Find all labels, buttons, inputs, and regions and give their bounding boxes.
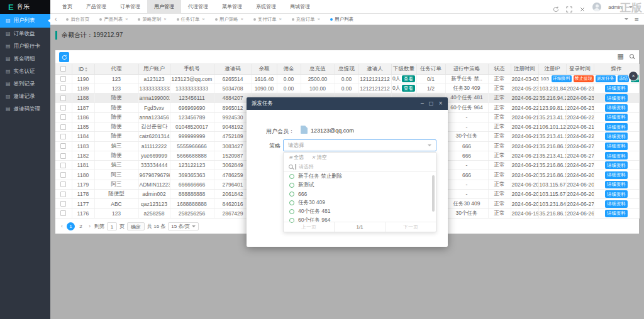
user-avatar[interactable] — [592, 3, 601, 11]
nav-item[interactable]: 产品管理 — [79, 0, 113, 14]
action-button-禁止提现[interactable]: 禁止提现 — [574, 75, 594, 82]
tab-close-icon[interactable]: × — [203, 17, 205, 21]
dropdown-next-button[interactable]: 下一页 — [385, 222, 436, 232]
tabs-scroll-left-icon[interactable]: ‹ — [50, 16, 61, 23]
dropdown-option[interactable]: 任务30 409 — [284, 198, 436, 207]
sidebar-item-订单收益[interactable]: ▤订单收益 — [0, 28, 50, 40]
action-button-详细资料[interactable]: 详细资料 — [605, 143, 628, 150]
nav-item[interactable]: 系统管理 — [249, 0, 283, 14]
search-icon[interactable] — [630, 54, 634, 58]
nav-item[interactable]: 订单管理 — [113, 0, 147, 14]
checkbox[interactable] — [60, 124, 66, 130]
view-subordinates-badge[interactable]: 查看 — [402, 75, 415, 82]
minimize-icon[interactable]: ─ — [421, 101, 424, 106]
action-button-详细资料[interactable]: 详细资料 — [605, 171, 628, 179]
action-button-详细资料[interactable]: 详细资料 — [605, 104, 628, 112]
action-button-详细资料[interactable]: 详细资料 — [605, 85, 628, 92]
checkbox[interactable] — [60, 105, 66, 111]
refresh-icon[interactable] — [553, 4, 559, 10]
tab-close-icon[interactable]: × — [125, 17, 128, 21]
page-jump-input[interactable]: 1 — [107, 222, 117, 230]
dropdown-search[interactable]: 请选择 — [284, 162, 436, 172]
dropdown-option[interactable]: 666 — [284, 190, 436, 198]
action-button-详细资料[interactable]: 详细资料 — [605, 200, 628, 208]
tab[interactable]: 用户策略× — [210, 16, 248, 23]
action-button-详细资料[interactable]: 详细资料 — [605, 94, 628, 102]
page-size-select[interactable]: 15 条/页 — [168, 222, 198, 230]
action-button-详细资料[interactable]: 详细资料 — [605, 152, 628, 160]
prev-page-button[interactable]: ‹ — [60, 223, 64, 229]
dropdown-option[interactable]: 新测试 — [284, 181, 436, 190]
action-button-详细资料[interactable]: 详细资料 — [552, 75, 572, 82]
sidebar-item-邀请码管理[interactable]: ▤邀请码管理 — [0, 103, 50, 116]
sidebar-item-邀请记录[interactable]: ▤邀请记录 — [0, 90, 50, 103]
checkbox[interactable] — [60, 66, 66, 72]
action-button-详细资料[interactable]: 详细资料 — [605, 190, 628, 198]
action-button-详细资料[interactable]: 详细资料 — [605, 181, 628, 188]
nav-item[interactable]: 商城管理 — [283, 0, 317, 14]
tab-close-icon[interactable]: × — [279, 17, 282, 21]
dropdown-option[interactable]: 新手任务 禁止删除 — [284, 172, 436, 181]
tabs-dropdown-icon[interactable] — [625, 18, 628, 20]
action-button-详细资料[interactable]: 详细资料 — [605, 132, 628, 140]
dropdown-scrollbar[interactable] — [432, 175, 435, 212]
nav-item[interactable]: 首页 — [55, 0, 79, 14]
nav-item[interactable]: 用户管理 — [147, 0, 181, 14]
clear-link[interactable]: ×清空 — [311, 154, 326, 161]
page-number[interactable]: 2 — [77, 222, 85, 230]
columns-grid-icon[interactable]: ▦ — [618, 53, 624, 60]
refresh-table-button[interactable] — [59, 52, 69, 62]
modal-close-icon[interactable]: × — [438, 101, 443, 106]
action-button-详细资料[interactable]: 详细资料 — [605, 210, 628, 217]
tab[interactable]: 后台首页 — [61, 16, 94, 23]
modal-header[interactable]: 派发任务 ─ □ × — [247, 97, 448, 110]
tab[interactable]: 支付订单× — [248, 16, 287, 23]
checkbox[interactable] — [60, 134, 66, 139]
close-icon[interactable] — [579, 4, 586, 10]
tab[interactable]: 用户列表 — [325, 16, 358, 23]
dropdown-option[interactable]: 40个任务 481 — [284, 207, 436, 216]
action-button-详细资料[interactable]: 详细资料 — [605, 161, 628, 169]
checkbox[interactable] — [60, 192, 66, 197]
checkbox[interactable] — [60, 181, 66, 187]
checkbox[interactable] — [60, 95, 66, 101]
tab-close-icon[interactable]: × — [241, 17, 243, 21]
tab[interactable]: 产品列表× — [94, 16, 133, 23]
action-button-冻结[interactable]: 冻结 — [618, 75, 629, 82]
checkbox[interactable] — [60, 210, 66, 216]
action-button-派发任务[interactable]: 派发任务 — [596, 75, 616, 82]
checkbox[interactable] — [60, 114, 66, 120]
nav-item[interactable]: 菜单管理 — [215, 0, 249, 14]
sidebar-item-用户银行卡[interactable]: ▤用户银行卡 — [0, 40, 50, 53]
select-all-header[interactable] — [55, 64, 72, 74]
checkbox[interactable] — [60, 76, 66, 82]
maximize-icon[interactable]: □ — [429, 101, 434, 106]
sidebar-item-签到记录[interactable]: ▤签到记录 — [0, 78, 50, 90]
checkbox[interactable] — [60, 201, 66, 207]
checkbox[interactable] — [60, 143, 66, 149]
tab-close-icon[interactable]: × — [164, 17, 166, 21]
strategy-select[interactable]: 请选择 — [283, 139, 436, 151]
sidebar-item-用户列表[interactable]: ▤用户列表 — [0, 14, 50, 28]
action-button-详细资料[interactable]: 详细资料 — [605, 114, 628, 121]
view-subordinates-badge[interactable]: 查看 — [402, 85, 415, 92]
fullscreen-icon[interactable] — [566, 4, 572, 10]
checkbox[interactable] — [60, 85, 66, 91]
page-number[interactable]: 1 — [67, 222, 75, 230]
tab-close-icon[interactable]: × — [318, 17, 320, 21]
jump-confirm-button[interactable]: 确定 — [127, 222, 145, 230]
close-float-button[interactable]: × — [629, 72, 638, 80]
checkbox[interactable] — [60, 153, 66, 159]
tab[interactable]: 任务订单× — [172, 16, 210, 23]
tab[interactable]: 充值订单× — [287, 16, 325, 23]
sort-icon[interactable] — [85, 67, 87, 72]
checkbox[interactable] — [60, 172, 66, 178]
next-page-button[interactable]: › — [87, 223, 92, 229]
tabs-menu-icon[interactable]: ≡ — [634, 16, 639, 23]
dropdown-prev-button[interactable]: 上一页 — [284, 222, 334, 232]
tab[interactable]: 策略定制× — [133, 16, 171, 23]
checkbox[interactable] — [60, 163, 66, 168]
sidebar-item-实名认证[interactable]: ▤实名认证 — [0, 65, 50, 78]
action-button-详细资料[interactable]: 详细资料 — [605, 123, 628, 131]
nav-item[interactable]: 代理管理 — [181, 0, 215, 14]
